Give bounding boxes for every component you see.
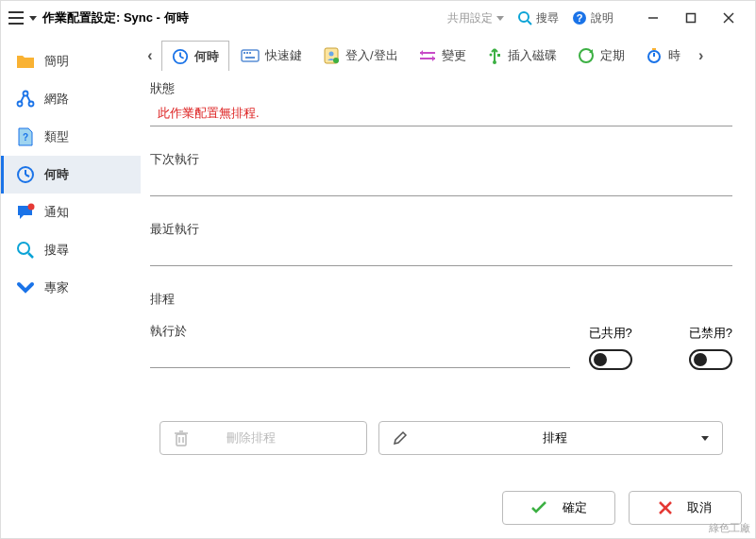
clock-icon: [16, 165, 35, 184]
dropdown-icon[interactable]: [29, 16, 37, 21]
search-link[interactable]: 搜尋: [517, 10, 559, 26]
chat-icon: [16, 203, 35, 222]
chevron-down-icon: [16, 278, 35, 297]
shared-settings-link[interactable]: 共用設定: [447, 10, 504, 26]
help-link[interactable]: ? 說明: [572, 10, 613, 26]
user-icon: [323, 47, 340, 64]
usb-icon: [487, 47, 502, 64]
svg-rect-43: [176, 434, 186, 446]
tab-timer[interactable]: 時: [636, 41, 690, 71]
svg-rect-25: [246, 52, 248, 54]
svg-text:?: ?: [23, 132, 28, 143]
svg-line-22: [180, 57, 184, 59]
sidebar-item-label: 專家: [44, 279, 69, 296]
minimize-button[interactable]: [634, 4, 672, 32]
tab-scroll-left[interactable]: ‹: [141, 41, 160, 71]
svg-point-17: [28, 204, 35, 211]
sidebar-item-label: 搜尋: [44, 242, 69, 259]
network-icon: [16, 90, 35, 109]
maximize-button[interactable]: [672, 4, 710, 32]
stopwatch-icon: [646, 47, 663, 64]
svg-point-37: [489, 54, 492, 57]
svg-point-36: [493, 60, 496, 64]
next-run-value: [150, 172, 732, 196]
svg-line-12: [27, 95, 31, 102]
ok-button[interactable]: 確定: [502, 491, 615, 525]
svg-line-1: [528, 21, 531, 25]
delete-schedule-button: 刪除排程: [160, 421, 367, 455]
window-title: 作業配置設定: Sync - 何時: [42, 9, 189, 26]
content: 狀態 此作業配置無排程. 下次執行 最近執行 排程 執行於: [141, 76, 742, 480]
svg-rect-26: [249, 52, 251, 54]
pencil-icon: [393, 430, 408, 446]
svg-rect-23: [242, 50, 259, 61]
sidebar-item-expert[interactable]: 專家: [1, 269, 141, 307]
field-last-run: 最近執行: [150, 221, 732, 266]
sidebar-item-type[interactable]: ? 類型: [1, 118, 141, 156]
help-icon: ?: [572, 10, 587, 25]
keyboard-icon: [241, 49, 260, 62]
page-icon: ?: [16, 127, 35, 146]
svg-marker-33: [420, 50, 423, 56]
svg-line-19: [28, 253, 33, 258]
titlebar: 作業配置設定: Sync - 何時 共用設定 搜尋 ? 說明: [1, 1, 755, 35]
sidebar-item-brief[interactable]: 簡明: [1, 42, 141, 80]
tab-hotkey[interactable]: 快速鍵: [231, 41, 311, 71]
search-icon: [16, 241, 35, 260]
field-schedule: 排程: [150, 291, 732, 308]
shared-toggle[interactable]: [589, 349, 632, 370]
cancel-button[interactable]: 取消: [629, 491, 742, 525]
svg-point-18: [18, 243, 29, 254]
search-icon: [517, 10, 532, 25]
tab-periodic[interactable]: 定期: [568, 41, 634, 71]
sidebar-item-label: 通知: [44, 204, 69, 221]
footer: 確定 取消: [1, 480, 755, 538]
svg-point-29: [329, 52, 334, 57]
sidebar-item-network[interactable]: 網路: [1, 80, 141, 118]
last-run-value: [150, 242, 732, 266]
run-at-value[interactable]: [150, 344, 570, 368]
recurring-icon: [578, 47, 595, 64]
svg-rect-38: [497, 54, 500, 57]
sidebar-item-label: 簡明: [44, 53, 69, 70]
sidebar-item-search[interactable]: 搜尋: [1, 231, 141, 269]
clock-icon: [172, 48, 189, 65]
svg-rect-5: [687, 14, 696, 23]
svg-marker-34: [432, 56, 435, 61]
tab-when[interactable]: 何時: [161, 41, 229, 71]
tab-disk[interactable]: 插入磁碟: [478, 41, 566, 71]
svg-line-16: [25, 175, 29, 177]
svg-text:?: ?: [577, 12, 583, 24]
sidebar: 簡明 網路 ? 類型 何時 通知 搜尋: [1, 35, 141, 480]
tabs: ‹ 何時 快速鍵 登入/登出 變更: [141, 35, 742, 76]
close-button[interactable]: [710, 4, 748, 32]
chevron-down-icon: [701, 436, 709, 441]
tab-scroll-right[interactable]: ›: [692, 41, 711, 71]
disabled-label: 已禁用?: [689, 325, 732, 342]
folder-icon: [16, 52, 35, 71]
menu-icon[interactable]: [8, 11, 24, 25]
trash-icon: [174, 430, 189, 446]
sidebar-item-when[interactable]: 何時: [1, 156, 141, 194]
field-next-run: 下次執行: [150, 151, 732, 196]
schedule-dropdown[interactable]: 排程: [378, 421, 723, 455]
shared-label: 已共用?: [589, 325, 632, 342]
tab-login[interactable]: 登入/登出: [313, 41, 408, 71]
sidebar-item-label: 類型: [44, 128, 69, 145]
tab-change[interactable]: 變更: [410, 41, 476, 71]
sidebar-item-label: 網路: [44, 91, 69, 108]
svg-point-8: [24, 92, 28, 96]
svg-rect-27: [245, 57, 255, 59]
x-icon: [659, 501, 672, 514]
disabled-toggle[interactable]: [689, 349, 732, 370]
field-status: 狀態 此作業配置無排程.: [150, 80, 732, 126]
change-icon: [419, 49, 436, 62]
svg-point-30: [333, 58, 339, 63]
sidebar-item-notify[interactable]: 通知: [1, 194, 141, 231]
field-run-at: 執行於: [150, 323, 570, 368]
sidebar-item-label: 何時: [44, 166, 69, 183]
svg-rect-24: [244, 52, 245, 54]
svg-rect-41: [652, 48, 656, 50]
check-icon: [530, 501, 547, 514]
watermark: 綠色工廠: [709, 521, 750, 535]
